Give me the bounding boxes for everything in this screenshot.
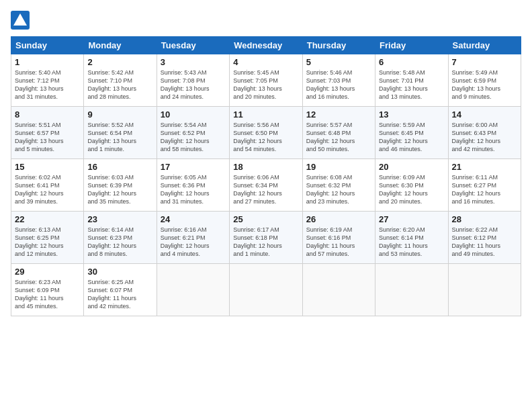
- day-info: Sunrise: 6:06 AM Sunset: 6:34 PM Dayligh…: [233, 173, 298, 206]
- day-number: 14: [452, 109, 517, 120]
- day-number: 12: [306, 109, 371, 120]
- day-info: Sunrise: 6:23 AM Sunset: 6:09 PM Dayligh…: [15, 278, 80, 311]
- calendar-cell: [230, 264, 302, 316]
- column-header-wednesday: Wednesday: [230, 37, 302, 54]
- calendar-cell: 16Sunrise: 6:03 AM Sunset: 6:39 PM Dayli…: [84, 159, 157, 212]
- column-header-tuesday: Tuesday: [157, 37, 229, 54]
- calendar-cell: 6Sunrise: 5:48 AM Sunset: 7:01 PM Daylig…: [375, 54, 448, 107]
- calendar-cell: 9Sunrise: 5:52 AM Sunset: 6:54 PM Daylig…: [84, 107, 157, 159]
- day-info: Sunrise: 6:17 AM Sunset: 6:18 PM Dayligh…: [233, 226, 298, 259]
- calendar-cell: [157, 264, 229, 316]
- day-info: Sunrise: 5:48 AM Sunset: 7:01 PM Dayligh…: [379, 68, 444, 101]
- day-number: 18: [233, 162, 298, 172]
- calendar-cell: [448, 264, 521, 316]
- column-header-sunday: Sunday: [11, 37, 84, 54]
- day-number: 10: [161, 109, 226, 120]
- day-info: Sunrise: 5:51 AM Sunset: 6:57 PM Dayligh…: [15, 121, 80, 154]
- day-info: Sunrise: 5:54 AM Sunset: 6:52 PM Dayligh…: [161, 121, 226, 154]
- day-info: Sunrise: 5:46 AM Sunset: 7:03 PM Dayligh…: [306, 68, 371, 101]
- day-number: 21: [452, 162, 517, 172]
- calendar-cell: 22Sunrise: 6:13 AM Sunset: 6:25 PM Dayli…: [11, 212, 84, 264]
- day-info: Sunrise: 5:49 AM Sunset: 6:59 PM Dayligh…: [452, 68, 517, 101]
- logo: [11, 11, 32, 30]
- day-info: Sunrise: 6:02 AM Sunset: 6:41 PM Dayligh…: [15, 173, 80, 206]
- calendar-cell: 4Sunrise: 5:45 AM Sunset: 7:05 PM Daylig…: [230, 54, 302, 107]
- calendar-cell: 30Sunrise: 6:25 AM Sunset: 6:07 PM Dayli…: [84, 264, 157, 316]
- calendar-cell: 28Sunrise: 6:22 AM Sunset: 6:12 PM Dayli…: [448, 212, 521, 264]
- day-number: 5: [306, 57, 371, 67]
- day-number: 23: [87, 214, 152, 224]
- day-info: Sunrise: 6:25 AM Sunset: 6:07 PM Dayligh…: [87, 278, 152, 311]
- page-header: [11, 11, 521, 30]
- calendar-cell: 2Sunrise: 5:42 AM Sunset: 7:10 PM Daylig…: [84, 54, 157, 107]
- day-number: 30: [87, 267, 152, 277]
- day-info: Sunrise: 6:13 AM Sunset: 6:25 PM Dayligh…: [15, 226, 80, 259]
- day-number: 7: [452, 57, 517, 67]
- day-number: 29: [15, 267, 80, 277]
- calendar-cell: 26Sunrise: 6:19 AM Sunset: 6:16 PM Dayli…: [302, 212, 375, 264]
- day-number: 25: [233, 214, 298, 224]
- day-info: Sunrise: 6:09 AM Sunset: 6:30 PM Dayligh…: [379, 173, 444, 206]
- day-number: 16: [87, 162, 152, 172]
- day-info: Sunrise: 6:05 AM Sunset: 6:36 PM Dayligh…: [161, 173, 226, 206]
- day-number: 2: [87, 57, 152, 67]
- day-info: Sunrise: 5:43 AM Sunset: 7:08 PM Dayligh…: [161, 68, 226, 101]
- calendar-cell: 14Sunrise: 6:00 AM Sunset: 6:43 PM Dayli…: [448, 107, 521, 159]
- calendar-cell: 18Sunrise: 6:06 AM Sunset: 6:34 PM Dayli…: [230, 159, 302, 212]
- day-number: 4: [233, 57, 298, 67]
- day-info: Sunrise: 6:11 AM Sunset: 6:27 PM Dayligh…: [452, 173, 517, 206]
- day-number: 20: [379, 162, 444, 172]
- calendar-cell: 17Sunrise: 6:05 AM Sunset: 6:36 PM Dayli…: [157, 159, 229, 212]
- day-info: Sunrise: 5:45 AM Sunset: 7:05 PM Dayligh…: [233, 68, 298, 101]
- day-number: 15: [15, 162, 80, 172]
- calendar-cell: 11Sunrise: 5:56 AM Sunset: 6:50 PM Dayli…: [230, 107, 302, 159]
- calendar-cell: 15Sunrise: 6:02 AM Sunset: 6:41 PM Dayli…: [11, 159, 84, 212]
- logo-icon: [11, 11, 30, 30]
- column-header-saturday: Saturday: [448, 37, 521, 54]
- day-info: Sunrise: 5:57 AM Sunset: 6:48 PM Dayligh…: [306, 121, 371, 154]
- day-number: 24: [161, 214, 226, 224]
- calendar-cell: 19Sunrise: 6:08 AM Sunset: 6:32 PM Dayli…: [302, 159, 375, 212]
- day-number: 8: [15, 109, 80, 120]
- day-info: Sunrise: 6:16 AM Sunset: 6:21 PM Dayligh…: [161, 226, 226, 259]
- day-info: Sunrise: 6:19 AM Sunset: 6:16 PM Dayligh…: [306, 226, 371, 259]
- day-info: Sunrise: 6:20 AM Sunset: 6:14 PM Dayligh…: [379, 226, 444, 259]
- calendar-cell: 1Sunrise: 5:40 AM Sunset: 7:12 PM Daylig…: [11, 54, 84, 107]
- calendar-cell: 20Sunrise: 6:09 AM Sunset: 6:30 PM Dayli…: [375, 159, 448, 212]
- calendar-cell: 21Sunrise: 6:11 AM Sunset: 6:27 PM Dayli…: [448, 159, 521, 212]
- calendar-week-2: 8Sunrise: 5:51 AM Sunset: 6:57 PM Daylig…: [11, 107, 521, 159]
- calendar-table: SundayMondayTuesdayWednesdayThursdayFrid…: [11, 36, 521, 316]
- calendar-cell: 25Sunrise: 6:17 AM Sunset: 6:18 PM Dayli…: [230, 212, 302, 264]
- calendar-cell: 23Sunrise: 6:14 AM Sunset: 6:23 PM Dayli…: [84, 212, 157, 264]
- calendar-cell: 7Sunrise: 5:49 AM Sunset: 6:59 PM Daylig…: [448, 54, 521, 107]
- day-number: 9: [87, 109, 152, 120]
- calendar-cell: 5Sunrise: 5:46 AM Sunset: 7:03 PM Daylig…: [302, 54, 375, 107]
- day-number: 26: [306, 214, 371, 224]
- day-number: 27: [379, 214, 444, 224]
- day-number: 17: [161, 162, 226, 172]
- calendar-cell: [302, 264, 375, 316]
- day-info: Sunrise: 6:22 AM Sunset: 6:12 PM Dayligh…: [452, 226, 517, 259]
- calendar-cell: 29Sunrise: 6:23 AM Sunset: 6:09 PM Dayli…: [11, 264, 84, 316]
- calendar-week-5: 29Sunrise: 6:23 AM Sunset: 6:09 PM Dayli…: [11, 264, 521, 316]
- day-info: Sunrise: 6:03 AM Sunset: 6:39 PM Dayligh…: [87, 173, 152, 206]
- day-info: Sunrise: 5:59 AM Sunset: 6:45 PM Dayligh…: [379, 121, 444, 154]
- day-number: 19: [306, 162, 371, 172]
- day-info: Sunrise: 6:14 AM Sunset: 6:23 PM Dayligh…: [87, 226, 152, 259]
- column-header-thursday: Thursday: [302, 37, 375, 54]
- day-info: Sunrise: 6:08 AM Sunset: 6:32 PM Dayligh…: [306, 173, 371, 206]
- calendar-week-3: 15Sunrise: 6:02 AM Sunset: 6:41 PM Dayli…: [11, 159, 521, 212]
- day-number: 22: [15, 214, 80, 224]
- day-info: Sunrise: 5:56 AM Sunset: 6:50 PM Dayligh…: [233, 121, 298, 154]
- day-info: Sunrise: 6:00 AM Sunset: 6:43 PM Dayligh…: [452, 121, 517, 154]
- day-number: 28: [452, 214, 517, 224]
- day-number: 13: [379, 109, 444, 120]
- calendar-header-row: SundayMondayTuesdayWednesdayThursdayFrid…: [11, 37, 521, 54]
- calendar-week-4: 22Sunrise: 6:13 AM Sunset: 6:25 PM Dayli…: [11, 212, 521, 264]
- calendar-cell: 3Sunrise: 5:43 AM Sunset: 7:08 PM Daylig…: [157, 54, 229, 107]
- day-info: Sunrise: 5:52 AM Sunset: 6:54 PM Dayligh…: [87, 121, 152, 154]
- column-header-friday: Friday: [375, 37, 448, 54]
- calendar-week-1: 1Sunrise: 5:40 AM Sunset: 7:12 PM Daylig…: [11, 54, 521, 107]
- calendar-cell: 13Sunrise: 5:59 AM Sunset: 6:45 PM Dayli…: [375, 107, 448, 159]
- calendar-cell: 27Sunrise: 6:20 AM Sunset: 6:14 PM Dayli…: [375, 212, 448, 264]
